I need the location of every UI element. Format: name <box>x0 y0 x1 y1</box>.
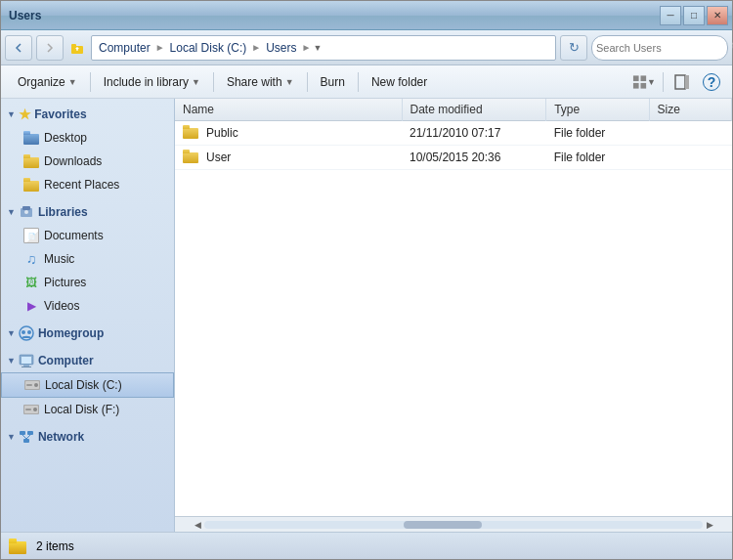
library-dropdown-arrow: ▼ <box>192 77 200 87</box>
file-name-public: Public <box>206 126 238 140</box>
file-table-header: Name Date modified Type Size <box>175 99 732 121</box>
libraries-expand-icon: ▼ <box>7 207 16 217</box>
refresh-button[interactable]: ↻ <box>560 35 587 61</box>
computer-expand-icon: ▼ <box>7 356 16 366</box>
main-content: ▼ ★ Favorites Desktop Downloads <box>1 99 732 532</box>
file-name-cell: Public <box>175 121 402 146</box>
sidebar-item-documents[interactable]: 📄 Documents <box>1 224 174 247</box>
views-button[interactable]: ▼ <box>631 69 657 95</box>
col-date-modified[interactable]: Date modified <box>402 99 546 121</box>
sidebar-item-pictures[interactable]: 🖼 Pictures <box>1 271 174 294</box>
share-dropdown-arrow: ▼ <box>285 77 294 87</box>
svg-rect-9 <box>22 206 30 210</box>
file-name-cell: User <box>175 146 402 170</box>
maximize-button[interactable]: □ <box>683 6 705 25</box>
breadcrumb-item-users[interactable]: Users <box>263 40 299 56</box>
status-bar: 2 items <box>1 532 732 559</box>
table-row[interactable]: User 10/05/2015 20:36 File folder <box>175 146 732 170</box>
local-disk-f-icon <box>22 401 40 418</box>
svg-point-10 <box>24 210 28 214</box>
scroll-right-arrow[interactable]: ▶ <box>703 518 716 532</box>
favorites-star-icon: ★ <box>19 107 31 122</box>
col-type[interactable]: Type <box>546 99 649 121</box>
sidebar-item-videos[interactable]: ▶ Videos <box>1 294 174 318</box>
network-expand-icon: ▼ <box>7 432 16 442</box>
favorites-expand-icon: ▼ <box>7 109 16 119</box>
minimize-button[interactable]: ─ <box>660 6 681 25</box>
help-button[interactable]: ? <box>699 69 724 95</box>
svg-rect-17 <box>22 366 31 367</box>
homegroup-section: ▼ Homegroup <box>1 322 174 345</box>
horizontal-scrollbar[interactable]: ◀ ▶ <box>175 516 732 532</box>
svg-rect-15 <box>22 357 31 364</box>
sidebar-item-desktop[interactable]: Desktop <box>1 126 174 150</box>
desktop-icon <box>22 129 40 147</box>
status-folder-icon <box>9 537 28 556</box>
homegroup-expand-icon: ▼ <box>7 328 16 338</box>
toolbar-sep-2 <box>213 72 214 92</box>
svg-rect-21 <box>26 384 32 386</box>
svg-rect-25 <box>25 409 31 410</box>
breadcrumb-bar[interactable]: Computer ► Local Disk (C:) ► Users ► ▼ <box>91 35 556 61</box>
svg-point-24 <box>33 408 37 411</box>
recent-places-icon <box>22 176 40 194</box>
sidebar-item-local-disk-c[interactable]: Local Disk (C:) <box>1 372 174 398</box>
new-folder-button[interactable]: New folder <box>363 69 436 95</box>
svg-rect-3 <box>640 75 646 81</box>
forward-button[interactable] <box>36 35 64 61</box>
favorites-section: ▼ ★ Favorites Desktop Downloads <box>1 103 174 196</box>
sidebar-item-downloads[interactable]: Downloads <box>1 150 174 173</box>
svg-point-20 <box>34 383 38 387</box>
file-list: Name Date modified Type Size <box>175 99 732 516</box>
search-input[interactable] <box>596 42 731 54</box>
file-date-public: 21/11/2010 07:17 <box>402 121 546 146</box>
sidebar-item-downloads-label: Downloads <box>44 154 102 168</box>
organize-dropdown-arrow: ▼ <box>68 77 77 87</box>
computer-section: ▼ Computer <box>1 349 174 421</box>
view-controls: ▼ ? <box>631 69 724 95</box>
scrollbar-thumb[interactable] <box>404 521 482 529</box>
scrollbar-track[interactable] <box>204 521 703 529</box>
window: Users ─ □ ✕ Computer ► Local Disk (C:) <box>0 0 733 560</box>
homegroup-header[interactable]: ▼ Homegroup <box>1 322 174 345</box>
breadcrumb-dropdown[interactable]: ▼ <box>313 43 322 53</box>
documents-icon: 📄 <box>22 227 40 244</box>
scroll-left-arrow[interactable]: ◀ <box>191 518 204 532</box>
views-dropdown-arrow: ▼ <box>647 77 656 87</box>
svg-rect-26 <box>20 431 25 435</box>
table-row[interactable]: Public 21/11/2010 07:17 File folder <box>175 121 732 146</box>
public-folder-icon <box>183 125 200 141</box>
include-in-library-button[interactable]: Include in library ▼ <box>95 69 209 95</box>
up-folder-icon <box>67 38 87 58</box>
homegroup-icon <box>19 325 34 341</box>
sidebar-item-music[interactable]: ♫ Music <box>1 247 174 271</box>
homegroup-label: Homegroup <box>38 326 104 340</box>
svg-rect-6 <box>675 75 685 89</box>
organize-button[interactable]: Organize ▼ <box>9 69 86 95</box>
favorites-label: Favorites <box>34 108 86 121</box>
burn-button[interactable]: Burn <box>312 69 354 95</box>
sidebar-item-local-disk-c-label: Local Disk (C:) <box>45 378 122 392</box>
network-header[interactable]: ▼ Network <box>1 425 174 449</box>
title-bar: Users ─ □ ✕ <box>1 1 732 30</box>
libraries-header[interactable]: ▼ Libraries <box>1 200 174 224</box>
svg-rect-7 <box>685 75 689 89</box>
sidebar-item-desktop-label: Desktop <box>44 131 87 145</box>
svg-rect-27 <box>27 431 33 435</box>
libraries-label: Libraries <box>38 205 88 219</box>
breadcrumb-item-computer[interactable]: Computer <box>96 40 153 56</box>
search-bar[interactable]: 🔍 <box>591 35 728 61</box>
preview-pane-button[interactable] <box>669 69 695 95</box>
toolbar: Organize ▼ Include in library ▼ Share wi… <box>1 65 732 99</box>
col-name[interactable]: Name <box>175 99 402 121</box>
sidebar-item-local-disk-f[interactable]: Local Disk (F:) <box>1 398 174 421</box>
sidebar-item-recent-places[interactable]: Recent Places <box>1 173 174 196</box>
computer-header[interactable]: ▼ Computer <box>1 349 174 372</box>
close-button[interactable]: ✕ <box>707 6 728 25</box>
breadcrumb-item-localdisk[interactable]: Local Disk (C:) <box>167 40 250 56</box>
music-icon: ♫ <box>22 250 40 268</box>
back-button[interactable] <box>5 35 32 61</box>
share-with-button[interactable]: Share with ▼ <box>218 69 303 95</box>
favorites-header[interactable]: ▼ ★ Favorites <box>1 103 174 126</box>
col-size[interactable]: Size <box>649 99 731 121</box>
